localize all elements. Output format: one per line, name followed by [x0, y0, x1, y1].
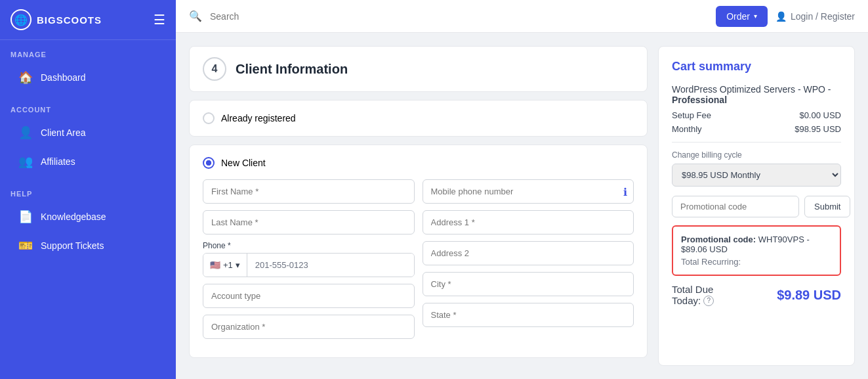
manage-section: MANAGE 🏠 Dashboard	[0, 40, 176, 95]
new-client-label: New Client	[221, 158, 266, 168]
phone-wrapper: 🇺🇸 +1 ▾	[203, 253, 415, 277]
cart-monthly-row: Monthly $98.95 USD	[672, 124, 841, 134]
home-icon: 🏠	[18, 70, 33, 85]
user-icon: 👤	[775, 11, 787, 22]
promo-applied-code-label: Promotional code:	[681, 234, 756, 244]
help-section: HELP 📄 Knowledgebase 🎫 Support Tickets	[0, 179, 176, 263]
sidebar-item-client-area[interactable]: 👤 Client Area	[10, 119, 165, 146]
total-due-label-wrap: Total Due Today: ?	[672, 284, 714, 306]
document-icon: 📄	[18, 210, 33, 224]
promo-row: Submit	[672, 196, 841, 217]
already-registered-label: Already registered	[221, 113, 296, 123]
sidebar-item-affiliates[interactable]: 👥 Affiliates	[10, 148, 165, 175]
address1-input[interactable]	[423, 210, 634, 234]
today-label: Today:	[672, 295, 701, 306]
new-client-header: New Client	[203, 157, 634, 169]
form-row-names: Phone * 🇺🇸 +1 ▾	[203, 179, 634, 339]
total-due-label: Total Due	[672, 284, 714, 295]
last-name-input[interactable]	[203, 210, 415, 234]
phone-label: Phone *	[203, 241, 415, 250]
sidebar-item-client-area-label: Client Area	[41, 127, 85, 138]
sidebar-item-dashboard-label: Dashboard	[41, 72, 86, 83]
form-col-left: Phone * 🇺🇸 +1 ▾	[203, 179, 415, 339]
city-input[interactable]	[423, 272, 634, 296]
state-input[interactable]	[423, 303, 634, 327]
mobile-phone-field: ℹ	[423, 179, 634, 204]
mobile-phone-input[interactable]	[423, 179, 634, 204]
logo-icon: 🌐	[10, 9, 31, 30]
help-label: HELP	[10, 190, 165, 198]
sidebar-item-support-tickets-label: Support Tickets	[41, 240, 104, 251]
main-area: 🔍 Order ▾ 👤 Login / Register 4 Client In…	[176, 0, 868, 379]
cart-product-name: WordPress Optimized Servers - WPO - Prof…	[672, 84, 841, 105]
phone-code: +1	[223, 260, 233, 270]
promo-total-recurring: Total Recurring:	[681, 257, 832, 267]
help-icon: ℹ	[623, 185, 627, 198]
promo-applied-box: Promotional code: WHT90VPS - $89.06 USD …	[672, 225, 841, 276]
already-registered-card[interactable]: Already registered	[189, 100, 648, 137]
search-input[interactable]	[210, 11, 708, 22]
promo-code-input[interactable]	[672, 196, 799, 217]
sidebar-header: 🌐 BIGSCOOTS ☰	[0, 0, 176, 40]
cart-setup-fee-row: Setup Fee $0.00 USD	[672, 110, 841, 120]
topbar-right: Order ▾ 👤 Login / Register	[716, 6, 855, 27]
order-button-label: Order	[726, 11, 750, 22]
ticket-icon: 🎫	[18, 238, 33, 253]
sidebar-item-dashboard[interactable]: 🏠 Dashboard	[10, 64, 165, 91]
first-name-input[interactable]	[203, 179, 415, 204]
monthly-value: $98.95 USD	[795, 124, 841, 134]
billing-cycle-select[interactable]: $98.95 USD Monthly	[672, 164, 841, 187]
already-registered-radio[interactable]	[203, 112, 215, 124]
new-client-card: New Client Phone * 🇺🇸 +1	[189, 145, 648, 358]
logo-area: 🌐 BIGSCOOTS	[10, 9, 102, 30]
billing-cycle-label: Change billing cycle	[672, 150, 841, 160]
promo-applied-code: Promotional code: WHT90VPS - $89.06 USD	[681, 234, 832, 254]
person-icon: 👤	[18, 125, 33, 140]
account-type-input[interactable]	[203, 284, 415, 308]
step-title: Client Information	[236, 62, 348, 77]
form-area: 4 Client Information Already registered …	[189, 46, 648, 366]
hamburger-icon[interactable]: ☰	[154, 12, 165, 28]
account-section: ACCOUNT 👤 Client Area 👥 Affiliates	[0, 95, 176, 179]
address2-input[interactable]	[423, 241, 634, 265]
step-header: 4 Client Information	[189, 46, 648, 92]
total-due-amount: $9.89 USD	[777, 288, 841, 303]
info-icon: ?	[703, 296, 714, 306]
logo-text: BIGSCOOTS	[37, 14, 102, 26]
login-register-label: Login / Register	[791, 11, 855, 22]
sidebar: 🌐 BIGSCOOTS ☰ MANAGE 🏠 Dashboard ACCOUNT…	[0, 0, 176, 379]
manage-label: MANAGE	[10, 51, 165, 58]
cart-summary: Cart summary WordPress Optimized Servers…	[658, 46, 855, 366]
topbar: 🔍 Order ▾ 👤 Login / Register	[176, 0, 868, 33]
flag-arrow-icon: ▾	[236, 260, 240, 270]
organization-input[interactable]	[203, 315, 415, 339]
sidebar-item-knowledgebase[interactable]: 📄 Knowledgebase	[10, 203, 165, 231]
sidebar-item-support-tickets[interactable]: 🎫 Support Tickets	[10, 232, 165, 259]
people-icon: 👥	[18, 154, 33, 169]
flag-icon: 🇺🇸	[210, 260, 220, 270]
total-due-today-row: Today: ?	[672, 295, 714, 306]
cart-title: Cart summary	[672, 60, 841, 74]
account-label: ACCOUNT	[10, 106, 165, 114]
content-area: 4 Client Information Already registered …	[176, 33, 868, 379]
step-circle: 4	[203, 57, 226, 81]
total-due-row: Total Due Today: ? $9.89 USD	[672, 284, 841, 306]
chevron-down-icon: ▾	[754, 12, 757, 20]
phone-field-wrapper: Phone * 🇺🇸 +1 ▾	[203, 241, 415, 277]
new-client-radio[interactable]	[203, 157, 215, 169]
setup-fee-label: Setup Fee	[672, 110, 711, 120]
search-icon: 🔍	[189, 10, 202, 22]
sidebar-item-knowledgebase-label: Knowledgebase	[41, 212, 106, 222]
promo-submit-button[interactable]: Submit	[804, 196, 850, 217]
sidebar-item-affiliates-label: Affiliates	[41, 156, 75, 167]
phone-number-input[interactable]	[247, 254, 414, 277]
order-button[interactable]: Order ▾	[716, 6, 768, 27]
phone-flag-selector[interactable]: 🇺🇸 +1 ▾	[203, 254, 247, 277]
setup-fee-value: $0.00 USD	[799, 110, 841, 120]
monthly-label: Monthly	[672, 124, 702, 134]
form-col-right: ℹ	[423, 179, 634, 339]
login-register-link[interactable]: 👤 Login / Register	[775, 11, 855, 22]
